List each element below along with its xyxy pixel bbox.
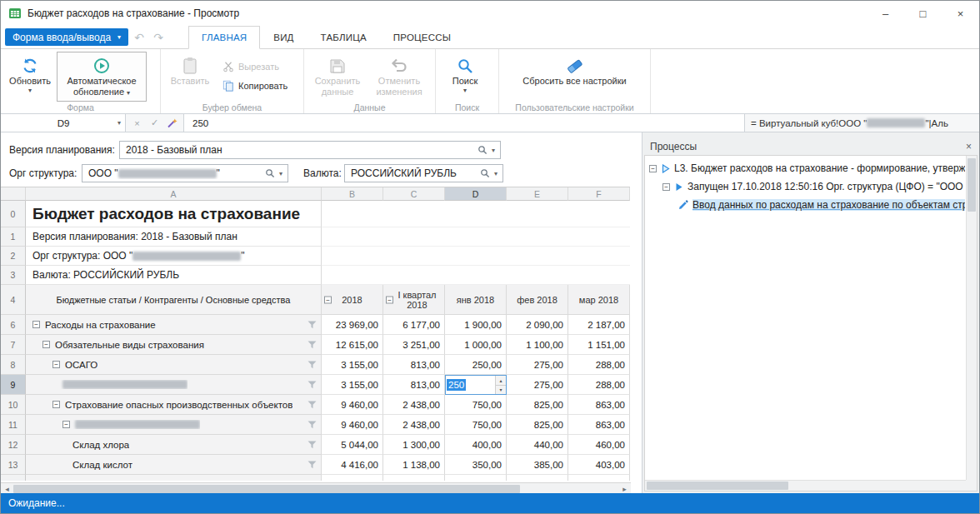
maximize-button[interactable]: □ xyxy=(904,1,942,26)
spinner[interactable]: ▴▾ xyxy=(495,376,506,394)
filter-icon[interactable] xyxy=(308,401,317,409)
column-header-month[interactable]: янв 2018 xyxy=(445,285,507,315)
row-label-cell[interactable]: −Расходы на страхование xyxy=(26,315,322,335)
cell-editor[interactable]: 250▴▾ xyxy=(445,375,507,395)
filter-icon[interactable] xyxy=(308,481,317,482)
row-label-cell[interactable]: −ОСАГО xyxy=(26,355,322,375)
row-number[interactable]: 14 xyxy=(1,475,26,481)
value-cell[interactable]: 750,00 xyxy=(445,395,507,415)
reset-settings-button[interactable]: Сбросить все настройки xyxy=(512,52,638,102)
version-input[interactable]: 2018 - Базовый план ▾ xyxy=(119,141,501,159)
row-number[interactable]: 6 xyxy=(1,315,26,335)
column-header-month[interactable]: мар 2018 xyxy=(568,285,630,315)
value-cell[interactable]: 1 000,00 xyxy=(445,335,507,355)
undo-icon[interactable]: ↶ xyxy=(131,31,148,44)
value-cell[interactable]: 2 187,00 xyxy=(568,315,630,335)
row-number[interactable]: 12 xyxy=(1,435,26,455)
row-label-cell[interactable]: −Обязательные виды страхования xyxy=(26,335,322,355)
value-cell[interactable]: 23 969,00 xyxy=(322,315,383,335)
value-cell[interactable]: 1 100,00 xyxy=(507,335,568,355)
filter-icon[interactable] xyxy=(308,321,317,329)
value-cell[interactable]: 9 460,00 xyxy=(322,395,383,415)
column-letter-F[interactable]: F xyxy=(568,187,630,201)
search-icon[interactable] xyxy=(478,168,492,178)
vertical-scrollbar[interactable] xyxy=(966,156,977,480)
process-item-root[interactable]: − L3. Бюджет расходов на страхование - ф… xyxy=(645,159,965,177)
search-icon[interactable] xyxy=(476,145,489,155)
collapse-icon[interactable]: − xyxy=(386,296,393,303)
collapse-icon[interactable]: − xyxy=(62,421,70,428)
spin-up-icon[interactable]: ▴ xyxy=(496,376,506,386)
spin-down-icon[interactable]: ▾ xyxy=(496,386,506,395)
value-cell[interactable]: 350,00 xyxy=(445,455,507,475)
collapse-icon[interactable]: − xyxy=(649,165,657,172)
value-cell[interactable]: 288,00 xyxy=(568,355,630,375)
value-cell[interactable]: 863,00 xyxy=(568,395,630,415)
scrollbar-thumb[interactable] xyxy=(968,158,976,212)
value-cell[interactable]: 1 300,00 xyxy=(383,435,445,455)
filter-icon[interactable] xyxy=(308,381,317,389)
currency-input[interactable]: РОССИЙСКИЙ РУБЛЬ ▾ xyxy=(344,164,503,182)
refresh-button[interactable]: Обновить ▾ xyxy=(3,52,57,102)
value-cell[interactable]: 2 438,00 xyxy=(383,415,445,435)
collapse-icon[interactable]: − xyxy=(662,183,670,191)
collapse-icon[interactable]: − xyxy=(324,296,332,303)
value-cell[interactable]: 2 090,00 xyxy=(507,315,568,335)
column-letter-A[interactable]: A xyxy=(26,187,322,201)
value-cell[interactable]: 750,00 xyxy=(445,415,507,435)
filter-icon[interactable] xyxy=(308,361,317,369)
value-cell[interactable]: 4 416,00 xyxy=(322,455,383,475)
value-cell[interactable]: 813,00 xyxy=(383,375,445,395)
chevron-down-icon[interactable]: ▾ xyxy=(492,170,500,177)
search-icon[interactable] xyxy=(263,168,277,178)
value-cell[interactable]: 2 926,00 xyxy=(383,475,445,481)
row-label-cell[interactable]: Склад кислот xyxy=(26,455,322,475)
header-label-cell[interactable]: Бюджетные статьи / Контрагенты / Основны… xyxy=(26,285,322,315)
value-cell[interactable]: 863,00 xyxy=(568,415,630,435)
value-cell[interactable]: 288,00 xyxy=(568,375,630,395)
close-panel-icon[interactable]: × xyxy=(966,141,972,152)
column-header-month[interactable]: фев 2018 xyxy=(507,285,568,315)
cut-button[interactable]: Вырезать xyxy=(217,57,293,76)
formula-input[interactable]: 250 xyxy=(184,114,745,132)
info-cell[interactable]: Валюта: РОССИЙСКИЙ РУБЛЬ xyxy=(26,266,322,285)
row-label-cell[interactable] xyxy=(26,375,322,395)
scrollbar-thumb[interactable] xyxy=(647,482,788,490)
horizontal-scrollbar[interactable] xyxy=(645,480,966,491)
org-structure-input[interactable]: ООО "" ▾ xyxy=(82,164,288,182)
column-letter-B[interactable]: B xyxy=(322,187,383,201)
column-header-year[interactable]: − 2018 xyxy=(322,285,383,315)
value-cell[interactable]: 275,00 xyxy=(507,375,568,395)
value-cell[interactable]: 403,00 xyxy=(568,455,630,475)
copy-button[interactable]: Копировать xyxy=(217,76,293,95)
chevron-down-icon[interactable]: ▾ xyxy=(489,147,498,154)
row-number[interactable]: 4 xyxy=(1,285,26,315)
column-letter-D[interactable]: D xyxy=(445,187,507,201)
close-button[interactable]: × xyxy=(942,1,979,26)
row-label-cell[interactable]: −Страхование опасных производственных об… xyxy=(26,395,322,415)
filter-icon[interactable] xyxy=(308,421,317,429)
row-number[interactable]: 8 xyxy=(1,355,26,375)
collapse-icon[interactable]: − xyxy=(52,361,60,368)
value-cell[interactable]: 1 036,00 xyxy=(568,475,630,481)
function-wand-icon[interactable] xyxy=(163,117,181,128)
value-cell[interactable]: 6 177,00 xyxy=(383,315,445,335)
tab-vid[interactable]: ВИД xyxy=(260,27,307,48)
filter-icon[interactable] xyxy=(308,341,317,349)
value-cell[interactable]: 5 044,00 xyxy=(322,435,383,455)
tab-protsessy[interactable]: ПРОЦЕССЫ xyxy=(380,27,464,48)
row-number[interactable]: 2 xyxy=(1,247,26,266)
row-number[interactable]: 0 xyxy=(1,201,26,227)
value-cell[interactable]: 1 138,00 xyxy=(383,455,445,475)
value-cell[interactable]: 275,00 xyxy=(507,355,568,375)
value-cell[interactable]: 440,00 xyxy=(507,435,568,455)
horizontal-scrollbar[interactable]: ◂ ▸ xyxy=(1,482,631,493)
value-cell[interactable]: 400,00 xyxy=(445,435,507,455)
confirm-icon[interactable]: ✓ xyxy=(146,117,163,128)
value-cell[interactable]: 813,00 xyxy=(383,355,445,375)
row-number[interactable]: 11 xyxy=(1,415,26,435)
value-cell[interactable]: 990,00 xyxy=(507,475,568,481)
value-cell[interactable]: 11 354,00 xyxy=(322,475,383,481)
redo-icon[interactable]: ↷ xyxy=(150,31,167,44)
cancel-icon[interactable]: × xyxy=(128,118,146,128)
